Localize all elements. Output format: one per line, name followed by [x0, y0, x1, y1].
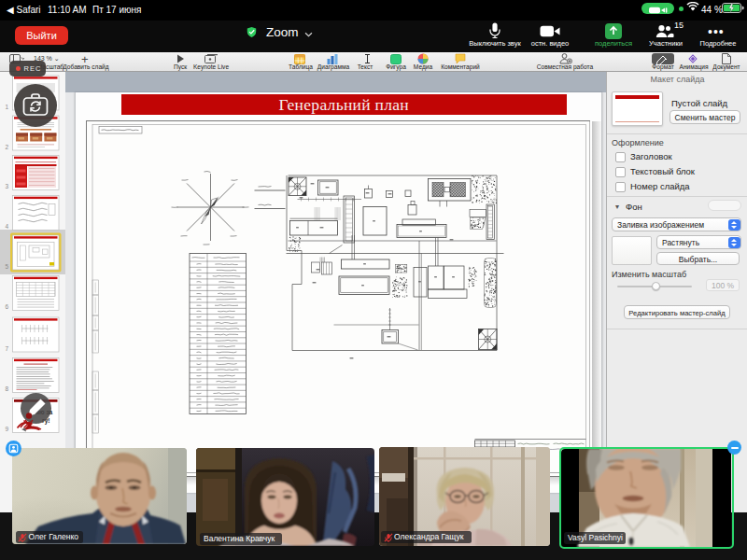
svg-text:4: 4 — [5, 223, 8, 230]
svg-text:5: 5 — [5, 263, 8, 270]
svg-text:6: 6 — [5, 303, 8, 310]
svg-text:9: 9 — [5, 426, 8, 432]
svg-text:7: 7 — [5, 345, 8, 352]
svg-text:8: 8 — [5, 385, 8, 392]
svg-text:1: 1 — [5, 104, 8, 110]
svg-text:3: 3 — [5, 183, 8, 189]
svg-text:2: 2 — [5, 144, 8, 150]
